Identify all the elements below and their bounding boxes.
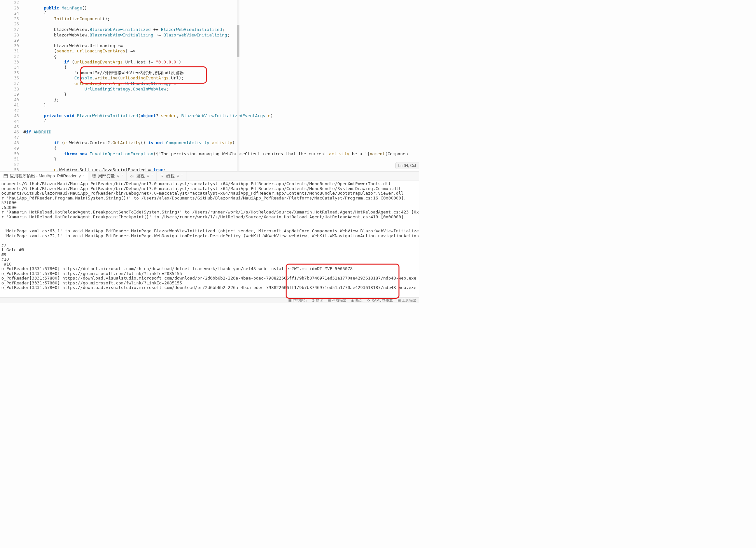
editor-scrollbar[interactable]: [237, 0, 239, 171]
tab-locals[interactable]: 局部变量 ⚲ ˅: [88, 171, 127, 180]
tab-threads-label: 线程: [166, 173, 175, 179]
status-xaml-hotreload[interactable]: ⟳ XAML 热重载: [367, 298, 393, 303]
chevron-down-icon[interactable]: ˅: [181, 174, 183, 178]
tab-locals-label: 局部变量: [98, 173, 115, 179]
svg-rect-0: [4, 174, 7, 178]
glasses-icon: [130, 174, 134, 178]
status-errors[interactable]: ⊗ 错误: [312, 298, 323, 303]
pin-icon[interactable]: ⚲: [177, 174, 179, 178]
output-icon: [3, 174, 8, 178]
line-column-indicator[interactable]: Ln 64, Col: [395, 162, 419, 169]
pin-icon[interactable]: ⚲: [78, 174, 81, 178]
status-bar: ▦ 包控制台 ⊗ 错误 ▤ 生成输出 ◉ 断点 ⟳ XAML 热重载 ▤ 工具输…: [0, 298, 419, 303]
svg-rect-3: [94, 174, 96, 175]
svg-rect-2: [92, 174, 93, 175]
chevron-down-icon[interactable]: ˅: [121, 174, 123, 178]
threads-icon: [160, 174, 164, 178]
pin-icon[interactable]: ⚲: [147, 174, 149, 178]
tab-watch[interactable]: 监视 ⚲ ˅: [127, 171, 156, 180]
tab-output[interactable]: 应用程序输出 - MauiApp_PdfReader ⚲ ˅: [0, 171, 88, 180]
tab-watch-label: 监视: [136, 173, 145, 179]
status-tool-output[interactable]: ▤ 工具输出: [398, 298, 416, 303]
bottom-panel-tabbar: 应用程序输出 - MauiApp_PdfReader ⚲ ˅ 局部变量 ⚲ ˅ …: [0, 171, 419, 181]
pin-icon[interactable]: ⚲: [117, 174, 119, 178]
grid-icon: [91, 174, 96, 178]
code-editor[interactable]: 2223242526272829303132333435363738394041…: [0, 0, 419, 171]
output-pane[interactable]: ocuments/GitHub/BlazorMaui/MauiApp_PdfRe…: [0, 181, 419, 298]
svg-rect-4: [92, 177, 93, 178]
chevron-down-icon[interactable]: ˅: [151, 174, 153, 178]
code-area[interactable]: public MainPage() { InitializeComponent(…: [23, 0, 419, 171]
line-number-gutter: 2223242526272829303132333435363738394041…: [0, 0, 23, 171]
status-package-console[interactable]: ▦ 包控制台: [288, 298, 307, 303]
svg-point-6: [130, 175, 132, 177]
status-breakpoints[interactable]: ◉ 断点: [351, 298, 363, 303]
svg-point-7: [132, 175, 134, 177]
chevron-down-icon[interactable]: ˅: [83, 174, 85, 178]
status-build-output[interactable]: ▤ 生成输出: [328, 298, 346, 303]
scrollbar-thumb[interactable]: [237, 25, 239, 57]
tab-threads[interactable]: 线程 ⚲ ˅: [156, 171, 186, 180]
tab-output-label: 应用程序输出 - MauiApp_PdfReader: [10, 173, 76, 179]
svg-rect-5: [94, 177, 96, 178]
